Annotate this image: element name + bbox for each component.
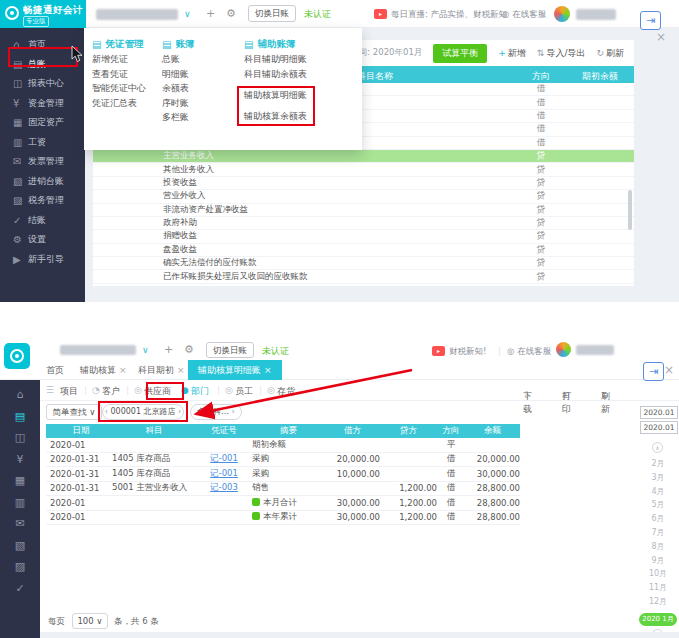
sidebar-icon[interactable]: ▧ bbox=[0, 539, 40, 561]
online-service-link[interactable]: ◎ 在线客服 bbox=[507, 346, 551, 358]
dim-tab-project[interactable]: 项目 bbox=[60, 385, 78, 398]
sidebar-item[interactable]: ¥ 资金管理 bbox=[0, 94, 85, 114]
per-page-select[interactable]: 100 ∨ bbox=[72, 613, 108, 629]
trial-balance-button[interactable]: 试算平衡 bbox=[433, 44, 487, 63]
sidebar-item[interactable]: ▶ 新手引导 bbox=[0, 250, 85, 270]
rail-month-item[interactable]: 9月 bbox=[636, 555, 679, 569]
table-row[interactable]: 捐赠收益 贷 bbox=[93, 230, 634, 243]
sidebar-item[interactable]: ▦ 固定资产 bbox=[0, 113, 85, 133]
table-row[interactable]: 2020-01-31 1405 库存商品 记-001 采购 10,000.00 … bbox=[46, 467, 520, 482]
sidebar-icon[interactable]: ✓ bbox=[0, 582, 40, 604]
collapse-panel-icon[interactable]: ⇥ bbox=[643, 362, 664, 381]
sidebar-icon[interactable]: ▤ bbox=[0, 410, 40, 432]
rail-month-item[interactable]: 12月 bbox=[636, 596, 679, 610]
add-account-set-icon[interactable]: + bbox=[164, 343, 173, 356]
sidebar-item[interactable]: ✉ 发票管理 bbox=[0, 152, 85, 172]
menu-item[interactable]: 多栏账 bbox=[162, 110, 220, 125]
tab-auxiliary-setup[interactable]: 辅助核算× bbox=[80, 360, 127, 380]
scrollbar-thumb[interactable] bbox=[628, 190, 632, 230]
tab-subject-opening[interactable]: 科目期初× bbox=[138, 360, 185, 380]
period-to-box[interactable]: 2020.01 bbox=[640, 421, 678, 434]
table-row[interactable]: 政府补助 贷 bbox=[93, 217, 634, 230]
tab-close-icon[interactable]: × bbox=[119, 365, 127, 375]
sidebar-item[interactable]: ◫ 报表中心 bbox=[0, 74, 85, 94]
table-row[interactable]: 投资收益 贷 bbox=[93, 177, 634, 190]
table-row[interactable]: 2020-01 期初余额 平 bbox=[46, 438, 520, 453]
menu-item[interactable]: 智能凭证中心 bbox=[92, 81, 154, 96]
voucher-link[interactable]: 记-001 bbox=[210, 453, 238, 463]
close-icon[interactable]: × bbox=[664, 363, 674, 377]
sidebar-icon[interactable]: ▥ bbox=[0, 496, 40, 518]
company-dropdown-chevron-icon[interactable]: ∨ bbox=[184, 9, 191, 19]
table-row[interactable]: 已作坏账损失处理后又收回的应收账款 贷 bbox=[93, 270, 634, 283]
table-row[interactable]: 非流动资产处置净收益 贷 bbox=[93, 204, 634, 217]
menu-icon[interactable]: ☰ bbox=[46, 385, 54, 395]
rail-month-item[interactable]: 10月 bbox=[636, 568, 679, 582]
sidebar-item[interactable]: ⚙ 设置 bbox=[0, 230, 85, 250]
search-mode-select[interactable]: 简单查找 ∨ bbox=[46, 404, 102, 420]
company-dropdown-chevron-icon[interactable]: ∨ bbox=[142, 345, 149, 355]
company-name-blurred[interactable] bbox=[60, 345, 136, 355]
rail-month-item[interactable]: 6月 bbox=[636, 513, 679, 527]
sidebar-item[interactable]: ▥ 工资 bbox=[0, 133, 85, 153]
rail-up-icon[interactable]: ∧ bbox=[652, 442, 663, 453]
sidebar-item[interactable]: ▨ 税务管理 bbox=[0, 191, 85, 211]
add-account-set-icon[interactable]: + bbox=[206, 7, 215, 20]
live-broadcast-text[interactable]: 财税新知! bbox=[449, 346, 486, 358]
user-avatar[interactable] bbox=[554, 6, 570, 22]
period-from-box[interactable]: 2020.01 bbox=[640, 406, 678, 419]
refresh-button[interactable]: ↻刷新 bbox=[596, 47, 624, 60]
settings-gear-icon[interactable]: ⚙ bbox=[184, 343, 194, 356]
menu-item[interactable]: 科目辅助余额表 bbox=[244, 67, 356, 82]
rail-month-item[interactable]: 7月 bbox=[636, 527, 679, 541]
sidebar-item[interactable]: ▧ 进销台账 bbox=[0, 172, 85, 192]
rail-month-item[interactable]: 2月 bbox=[636, 458, 679, 472]
add-button[interactable]: +新增 bbox=[498, 47, 526, 60]
table-row[interactable]: 2020-01-31 5001 主营业务收入 记-003 销售 1,200.00… bbox=[46, 482, 520, 497]
tab-home[interactable]: 首页 bbox=[46, 360, 64, 380]
table-row[interactable]: 营业外收入 贷 bbox=[93, 190, 634, 203]
table-row[interactable]: 盘盈收益 贷 bbox=[93, 244, 634, 257]
menu-item[interactable]: 余额表 bbox=[162, 81, 220, 96]
sidebar-icon[interactable]: ✉ bbox=[0, 517, 40, 539]
rail-month-item[interactable]: 11月 bbox=[636, 582, 679, 596]
menu-item[interactable]: 科目辅助明细账 bbox=[244, 52, 356, 67]
menu-item[interactable]: 新增凭证 bbox=[92, 52, 154, 67]
cert-status[interactable]: 未认证 bbox=[262, 345, 289, 358]
sidebar-icon[interactable]: ⌂ bbox=[0, 388, 40, 410]
switch-day-book-button[interactable]: 切换日账 bbox=[206, 342, 254, 358]
collapse-panel-icon[interactable]: ⇥ bbox=[640, 11, 661, 30]
table-row[interactable]: 其他业务收入 贷 bbox=[93, 163, 634, 176]
sidebar-icon[interactable]: ¥ bbox=[0, 453, 40, 475]
rail-month-item[interactable]: 4月 bbox=[636, 486, 679, 500]
close-icon[interactable]: × bbox=[656, 30, 666, 44]
sidebar-icon[interactable]: ◫ bbox=[0, 431, 40, 453]
table-row[interactable]: 主营业务收入 贷 bbox=[93, 150, 634, 163]
table-row[interactable]: 确实无法偿付的应付账款 贷 bbox=[93, 257, 634, 270]
rail-month-item[interactable]: 3月 bbox=[636, 472, 679, 486]
menu-item[interactable]: 总账 bbox=[162, 52, 220, 67]
rail-current-month[interactable]: 2020 1月 bbox=[639, 613, 677, 626]
dim-tab-customer[interactable]: 客户 bbox=[102, 385, 120, 398]
live-broadcast-text[interactable]: 每日直播: 产品实操、财税新知 bbox=[391, 9, 507, 21]
rail-month-item[interactable]: 5月 bbox=[636, 499, 679, 513]
table-row[interactable]: 2020-01-31 1405 库存商品 记-001 采购 20,000.00 … bbox=[46, 453, 520, 468]
company-name-blurred[interactable] bbox=[96, 9, 178, 20]
menu-item[interactable]: 凭证汇总表 bbox=[92, 96, 154, 111]
rail-month-item[interactable]: 8月 bbox=[636, 541, 679, 555]
menu-item[interactable]: 序时账 bbox=[162, 96, 220, 111]
cert-status[interactable]: 未认证 bbox=[304, 8, 331, 21]
voucher-link[interactable]: 记-003 bbox=[210, 482, 238, 492]
import-export-button[interactable]: ⇅导入/导出 bbox=[537, 47, 586, 60]
menu-item[interactable]: 查看凭证 bbox=[92, 67, 154, 82]
online-service-link[interactable]: ◎ 在线客服 bbox=[502, 9, 546, 21]
sidebar-item[interactable]: ✓ 结账 bbox=[0, 211, 85, 231]
table-row[interactable]: 2020-01 本月合计 30,000.00 1,200.00 借 28,800… bbox=[46, 496, 520, 511]
sidebar-icon[interactable]: ▦ bbox=[0, 474, 40, 496]
settings-gear-icon[interactable]: ⚙ bbox=[226, 7, 236, 20]
menu-item[interactable]: 明细账 bbox=[162, 67, 220, 82]
sidebar-icon[interactable]: ▨ bbox=[0, 560, 40, 582]
table-row[interactable]: 2020-01 本年累计 30,000.00 1,200.00 借 28,800… bbox=[46, 511, 520, 526]
switch-day-book-button[interactable]: 切换日账 bbox=[248, 5, 296, 22]
voucher-link[interactable]: 记-001 bbox=[210, 468, 238, 478]
